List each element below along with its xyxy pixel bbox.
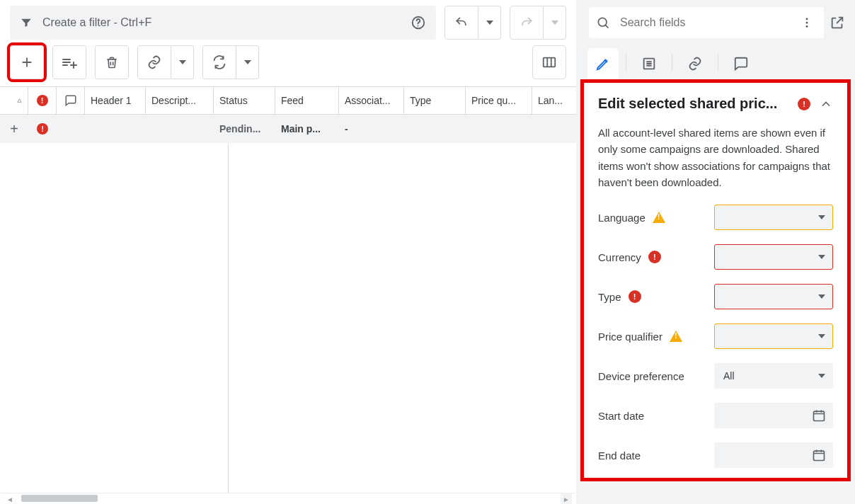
filter-bar[interactable]: Create a filter - Ctrl+F — [10, 6, 436, 40]
calendar-icon — [812, 408, 826, 423]
select-price-qualifier[interactable] — [714, 323, 833, 349]
error-icon — [629, 290, 641, 303]
label-type: Type — [598, 291, 621, 303]
filter-placeholder: Create a filter - Ctrl+F — [42, 16, 401, 29]
edit-panel-highlight: Edit selected shared pric... All account… — [580, 79, 851, 481]
undo-split — [444, 6, 501, 40]
col-comment[interactable] — [57, 87, 85, 114]
grid-row[interactable]: + Pendin... Main p... - — [0, 115, 576, 143]
label-price-qualifier: Price qualifier — [598, 331, 662, 343]
select-type[interactable] — [714, 284, 833, 309]
horizontal-scrollbar[interactable]: ◄ ► — [0, 493, 576, 504]
svg-rect-2 — [544, 58, 556, 67]
svg-point-6 — [806, 25, 808, 28]
add-button[interactable] — [10, 45, 44, 79]
col-type[interactable]: Type — [404, 87, 466, 114]
more-icon[interactable] — [797, 16, 817, 29]
warning-icon — [670, 331, 682, 342]
link-dropdown[interactable] — [171, 45, 194, 79]
panel-tabs — [576, 45, 855, 79]
svg-point-5 — [806, 22, 808, 24]
grid-header: Header 1 Descript... Status Feed Associa… — [0, 86, 576, 115]
cell-feed: Main p... — [275, 115, 339, 143]
col-status-delta[interactable] — [0, 87, 28, 114]
error-icon — [37, 95, 48, 106]
col-description[interactable]: Descript... — [146, 87, 214, 114]
svg-point-1 — [418, 25, 419, 27]
columns-button[interactable] — [532, 45, 566, 79]
panel-description: All account-level shared items are shown… — [598, 125, 833, 190]
help-icon[interactable] — [411, 15, 426, 30]
select-device-preference-value: All — [723, 370, 735, 382]
chevron-down-icon — [818, 255, 825, 259]
scroll-left-icon[interactable]: ◄ — [4, 493, 16, 504]
replace-split — [202, 45, 259, 79]
cell-assoc: - — [339, 115, 404, 143]
col-associations[interactable]: Associat... — [339, 87, 404, 114]
search-fields-box[interactable] — [589, 7, 824, 38]
search-fields-input[interactable] — [619, 16, 788, 30]
col-language[interactable]: Lan... — [532, 87, 566, 114]
cell-status: Pendin... — [214, 115, 275, 143]
chevron-down-icon — [818, 294, 825, 299]
row-add-icon: + — [10, 121, 18, 137]
calendar-icon — [812, 448, 826, 462]
scroll-thumb[interactable] — [21, 495, 98, 502]
label-start-date: Start date — [598, 410, 644, 422]
select-device-preference[interactable]: All — [714, 363, 833, 389]
link-split — [137, 45, 194, 79]
row-error-icon — [37, 123, 48, 134]
col-error[interactable] — [28, 87, 57, 114]
tab-link[interactable] — [679, 48, 711, 79]
input-start-date[interactable] — [714, 403, 833, 428]
add-multiple-button[interactable] — [52, 45, 86, 79]
col-price-qualifier[interactable]: Price qu... — [466, 87, 532, 114]
tab-edit[interactable] — [587, 48, 619, 79]
error-icon — [648, 251, 661, 263]
delete-button[interactable] — [95, 45, 129, 79]
svg-point-3 — [598, 18, 607, 26]
label-end-date: End date — [598, 449, 641, 462]
col-header1[interactable]: Header 1 — [85, 87, 146, 114]
replace-dropdown[interactable] — [236, 45, 259, 79]
col-status[interactable]: Status — [214, 87, 275, 114]
label-device-preference: Device preference — [598, 370, 684, 382]
label-language: Language — [598, 212, 645, 224]
chevron-down-icon — [818, 215, 825, 219]
svg-rect-9 — [814, 451, 825, 460]
undo-dropdown[interactable] — [478, 6, 501, 40]
svg-rect-8 — [814, 411, 825, 420]
undo-button[interactable] — [444, 6, 478, 40]
panel-error-icon — [798, 98, 810, 110]
search-icon — [596, 16, 610, 30]
select-currency[interactable] — [714, 244, 833, 270]
link-button[interactable] — [137, 45, 171, 79]
scroll-right-icon[interactable]: ► — [561, 493, 572, 504]
replace-button[interactable] — [202, 45, 236, 79]
chevron-down-icon — [818, 334, 825, 338]
panel-collapse-button[interactable] — [819, 97, 833, 111]
svg-point-4 — [806, 18, 808, 20]
select-language[interactable] — [714, 205, 833, 230]
redo-split — [510, 6, 566, 40]
chevron-down-icon — [818, 374, 825, 378]
col-feed[interactable]: Feed — [275, 87, 339, 114]
panel-title: Edit selected shared pric... — [598, 96, 789, 112]
grid-body — [0, 143, 576, 493]
open-external-icon[interactable] — [830, 15, 847, 30]
warning-icon — [653, 212, 665, 223]
redo-button — [510, 6, 544, 40]
funnel-icon — [20, 16, 33, 29]
label-currency: Currency — [598, 251, 641, 263]
tab-comment[interactable] — [725, 48, 757, 79]
input-end-date[interactable] — [714, 442, 833, 468]
tab-list[interactable] — [633, 48, 665, 79]
redo-dropdown — [544, 6, 566, 40]
